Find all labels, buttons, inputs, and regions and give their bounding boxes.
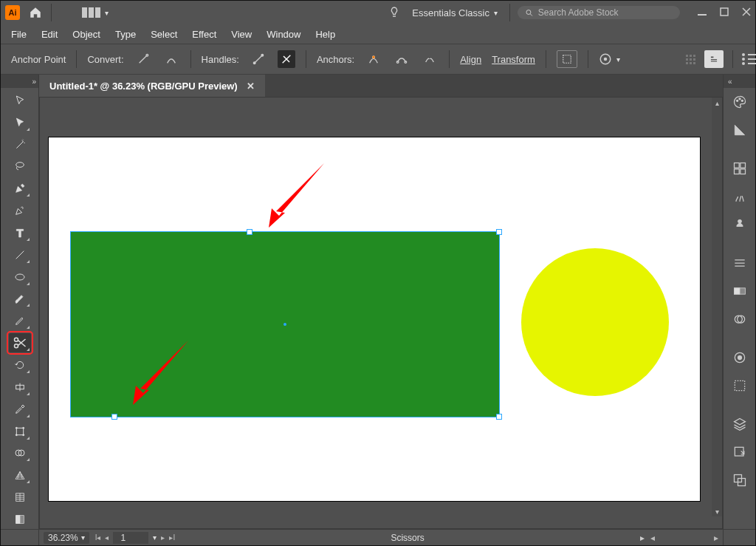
scroll-left-button[interactable]: ◂ (650, 533, 655, 543)
lasso-tool[interactable] (9, 157, 31, 177)
magic-wand-tool[interactable] (9, 135, 31, 154)
menu-type[interactable]: Type (115, 29, 136, 40)
color-panel-button[interactable] (724, 88, 755, 116)
align-pixel-grid-button[interactable] (686, 55, 695, 64)
minimize-button[interactable] (698, 7, 707, 18)
transform-link[interactable]: Transform (492, 54, 535, 65)
gradient-panel-button[interactable] (724, 277, 755, 305)
connect-anchors-button[interactable] (393, 50, 410, 68)
zoom-level-dropdown[interactable]: 36.23% ▾ (44, 532, 89, 544)
convert-corner-button[interactable] (134, 50, 152, 68)
vertical-scrollbar[interactable]: ▴ ▾ (712, 98, 722, 516)
scroll-up-button[interactable]: ▴ (712, 98, 722, 108)
menu-window[interactable]: Window (267, 29, 300, 40)
pencil-tool[interactable] (9, 311, 31, 330)
last-artboard-button[interactable]: ▸I (169, 533, 175, 542)
width-tool[interactable] (9, 378, 31, 397)
prev-artboard-button[interactable]: ◂ (105, 533, 109, 542)
svg-rect-1 (698, 14, 707, 16)
circle-object[interactable] (521, 248, 669, 396)
perspective-grid-tool[interactable] (9, 465, 31, 485)
chevron-down-icon: ▾ (494, 9, 498, 17)
menu-effect[interactable]: Effect (192, 29, 216, 40)
arrange-documents-button[interactable]: ▾ (78, 4, 113, 21)
scroll-right-button[interactable]: ▸ (714, 533, 718, 543)
show-handles-button[interactable] (250, 50, 267, 68)
canvas-viewport[interactable]: ▴ ▾ (39, 97, 723, 529)
selection-tool[interactable] (9, 91, 31, 110)
hide-handles-button[interactable] (278, 50, 295, 68)
recolor-artwork-button[interactable]: ▾ (599, 52, 620, 66)
close-button[interactable] (742, 7, 751, 18)
asset-export-panel-button[interactable] (724, 438, 755, 466)
svg-rect-15 (711, 61, 717, 61)
transparency-panel-button[interactable] (724, 305, 755, 333)
scissors-tool[interactable] (9, 333, 31, 352)
svg-rect-2 (721, 8, 728, 16)
app-window: Ai ▾ Essentials Classic ▾ File Ed (0, 0, 756, 546)
panel-dock-expand-tab[interactable]: « (724, 75, 755, 88)
appearance-panel-button[interactable] (724, 344, 755, 372)
swatches-panel-button[interactable] (724, 154, 755, 182)
properties-panel-button[interactable] (704, 50, 724, 68)
curvature-tool[interactable] (9, 201, 31, 220)
artboard[interactable] (49, 137, 700, 501)
paintbrush-tool[interactable] (9, 290, 31, 309)
document-tab[interactable]: Untitled-1* @ 36.23% (RGB/GPU Preview) ✕ (39, 75, 265, 97)
menu-edit[interactable]: Edit (41, 29, 58, 40)
svg-point-7 (397, 61, 399, 64)
close-tab-button[interactable]: ✕ (247, 81, 255, 92)
ellipse-tool[interactable] (9, 267, 31, 287)
anchor-point[interactable] (247, 230, 252, 234)
control-bar: Anchor Point Convert: Handles: Anchors: … (1, 44, 755, 75)
stroke-panel-button[interactable] (724, 249, 755, 277)
control-bar-menu-button[interactable] (742, 53, 745, 65)
menu-view[interactable]: View (231, 29, 252, 40)
maximize-button[interactable] (720, 7, 729, 18)
next-artboard-button[interactable]: ▸ (161, 533, 165, 542)
rotate-tool[interactable] (9, 355, 31, 375)
color-guide-panel-button[interactable] (724, 116, 755, 144)
pen-tool[interactable] (9, 179, 31, 198)
toolbox-expand-tab[interactable]: » (1, 75, 38, 88)
symbols-panel-button[interactable] (724, 211, 755, 239)
menu-help[interactable]: Help (315, 29, 335, 40)
search-input[interactable] (538, 7, 673, 18)
scroll-track[interactable] (712, 108, 722, 506)
discover-button[interactable] (388, 6, 400, 20)
svg-point-5 (261, 54, 264, 56)
menu-file[interactable]: File (11, 29, 27, 40)
scroll-down-button[interactable]: ▾ (712, 506, 722, 516)
free-transform-tool[interactable] (9, 422, 31, 441)
anchor-point[interactable] (112, 414, 117, 419)
cut-path-button[interactable] (421, 50, 439, 68)
anchor-point[interactable] (497, 230, 501, 234)
line-tool[interactable] (9, 245, 31, 265)
isolate-mask-button[interactable] (557, 50, 577, 68)
convert-smooth-button[interactable] (162, 50, 180, 68)
gradient-tool[interactable] (9, 510, 31, 529)
artboards-panel-button[interactable] (724, 466, 755, 494)
title-bar: Ai ▾ Essentials Classic ▾ (1, 1, 755, 24)
anchor-point[interactable] (497, 414, 501, 419)
brushes-panel-button[interactable] (724, 182, 755, 211)
first-artboard-button[interactable]: I◂ (95, 533, 101, 542)
direct-selection-tool[interactable] (9, 113, 31, 132)
search-bar[interactable] (518, 6, 680, 19)
artboard-number-field[interactable]: 1 (113, 532, 148, 544)
menu-object[interactable]: Object (72, 29, 100, 40)
align-link[interactable]: Align (460, 54, 481, 65)
status-flyout-button[interactable]: ▸ (640, 533, 645, 543)
remove-anchor-button[interactable] (365, 50, 382, 68)
eyedropper-tool[interactable] (9, 400, 31, 419)
home-button[interactable] (27, 4, 44, 21)
svg-rect-36 (734, 169, 739, 174)
mesh-tool[interactable] (9, 488, 31, 507)
type-tool[interactable] (9, 223, 31, 242)
layers-panel-button[interactable] (724, 410, 755, 438)
center-point[interactable] (284, 323, 286, 326)
shape-builder-tool[interactable] (9, 444, 31, 463)
workspace-switcher[interactable]: Essentials Classic ▾ (408, 5, 502, 21)
graphic-styles-panel-button[interactable] (724, 372, 755, 400)
menu-select[interactable]: Select (151, 29, 177, 40)
